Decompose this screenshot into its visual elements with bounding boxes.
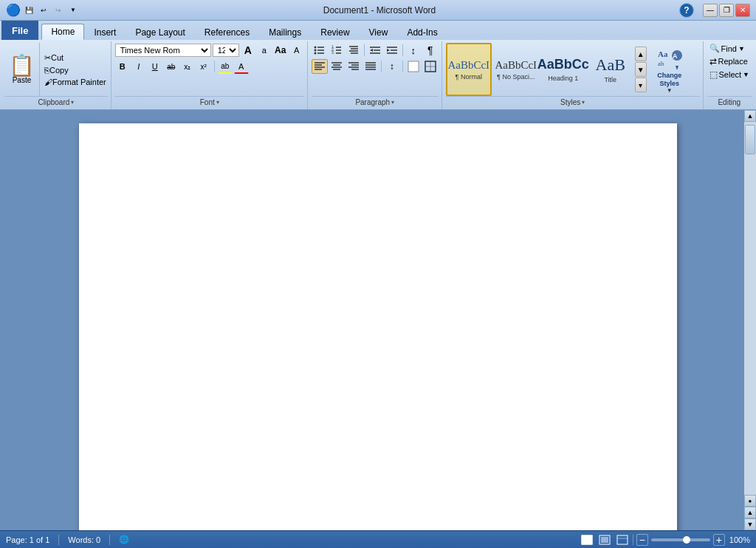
copy-button[interactable]: ⎘ Copy — [43, 65, 108, 75]
zoom-slider[interactable] — [651, 538, 710, 541]
borders-button[interactable] — [422, 59, 439, 74]
italic-button[interactable]: I — [131, 59, 146, 74]
svg-point-0 — [314, 47, 316, 49]
bullets-button[interactable] — [312, 43, 328, 58]
clipboard-expander[interactable]: ▾ — [71, 99, 74, 106]
styles-scroll-up[interactable]: ▲ — [635, 47, 647, 61]
select-dropdown[interactable]: ▼ — [743, 71, 749, 78]
line-spacing-button[interactable]: ↕ — [384, 59, 400, 74]
tab-references[interactable]: References — [195, 24, 259, 40]
tab-home[interactable]: Home — [41, 24, 84, 40]
bold-button[interactable]: B — [115, 59, 130, 74]
sort-button[interactable]: ↕ — [405, 43, 422, 58]
scroll-track[interactable] — [744, 122, 756, 495]
font-row2: B I U ab x₂ x² ab A — [115, 59, 249, 74]
font-color-button[interactable]: A — [234, 59, 249, 74]
undo-quick-btn[interactable]: ↩ — [37, 4, 50, 17]
numbering-button[interactable]: 1.2.3. — [329, 43, 345, 58]
svg-text:Aa: Aa — [658, 49, 668, 58]
style-title-preview: AaB — [596, 55, 625, 75]
svg-rect-54 — [617, 535, 628, 544]
previous-page-button[interactable]: ▲ — [744, 507, 756, 518]
tab-page-layout[interactable]: Page Layout — [126, 24, 194, 40]
paragraph-label: Paragraph ▾ — [312, 96, 439, 108]
close-button[interactable]: ✕ — [735, 4, 750, 17]
change-styles-button[interactable]: Aa ab A ChangeStyles ▼ — [648, 43, 691, 96]
clear-formatting-button[interactable]: A — [289, 43, 304, 58]
help-button[interactable]: ? — [679, 3, 694, 18]
scroll-up-button[interactable]: ▲ — [744, 110, 756, 122]
clipboard-group: 📋 Paste ✂ Cut ⎘ Copy 🖌 — [1, 41, 111, 109]
paste-button[interactable]: 📋 Paste — [4, 43, 40, 96]
align-left-button[interactable] — [312, 59, 328, 74]
style-heading1[interactable]: AaBbCc Heading 1 — [540, 43, 586, 96]
font-family-select[interactable]: Times New Rom — [115, 44, 211, 57]
decrease-indent-button[interactable] — [367, 43, 383, 58]
full-screen-view-button[interactable] — [597, 533, 612, 547]
change-styles-dropdown[interactable]: ▼ — [667, 87, 673, 94]
page-info: Page: 1 of 1 — [6, 535, 49, 544]
redo-quick-btn[interactable]: ↪ — [52, 4, 65, 17]
document-page[interactable] — [79, 123, 677, 530]
text-highlight-button[interactable]: ab — [218, 59, 233, 74]
tab-file[interactable]: File — [1, 21, 38, 40]
font-row1: Times New Rom 12 A a Aa A — [115, 43, 304, 58]
align-right-button[interactable] — [346, 59, 362, 74]
font-shrink-button[interactable]: a — [257, 43, 272, 58]
increase-indent-button[interactable] — [384, 43, 400, 58]
restore-button[interactable]: ❐ — [719, 4, 734, 17]
tab-insert[interactable]: Insert — [84, 24, 126, 40]
quick-access-dropdown[interactable]: ▼ — [66, 4, 80, 17]
replace-button[interactable]: ⇄ Replace — [707, 55, 750, 67]
paragraph-expander[interactable]: ▾ — [391, 99, 394, 106]
paragraph-group: 1.2.3. ↕ ¶ — [309, 41, 442, 109]
justify-button[interactable] — [362, 59, 379, 74]
superscript-button[interactable]: x² — [196, 59, 211, 74]
style-no-spacing[interactable]: AaBbCcI ¶ No Spaci... — [493, 43, 539, 96]
show-paragraph-button[interactable]: ¶ — [422, 43, 439, 58]
copy-icon: ⎘ — [44, 66, 49, 75]
scroll-thumb[interactable] — [745, 125, 755, 154]
font-grow-button[interactable]: A — [241, 43, 255, 58]
styles-expander[interactable]: ▾ — [582, 99, 585, 106]
next-page-button[interactable]: ▼ — [744, 518, 756, 530]
change-case-button[interactable]: Aa — [273, 43, 288, 58]
status-sep3 — [633, 535, 633, 545]
editing-label: Editing — [707, 96, 752, 108]
align-center-button[interactable] — [329, 59, 345, 74]
underline-button[interactable]: U — [148, 59, 162, 74]
select-browse-button[interactable]: ● — [744, 495, 756, 507]
format-painter-icon: 🖌 — [44, 78, 52, 86]
print-layout-view-button[interactable] — [580, 533, 594, 547]
web-layout-view-button[interactable] — [615, 533, 630, 547]
styles-more[interactable]: ▾ — [635, 78, 647, 92]
font-expander[interactable]: ▾ — [216, 99, 219, 106]
tab-view[interactable]: View — [360, 24, 398, 40]
save-quick-btn[interactable]: 💾 — [22, 4, 35, 17]
styles-scroll: ▲ ▼ ▾ — [635, 47, 647, 92]
title-bar-left: 🔵 💾 ↩ ↪ ▼ — [6, 3, 80, 17]
tab-mailings[interactable]: Mailings — [259, 24, 311, 40]
cut-button[interactable]: ✂ Cut — [43, 52, 108, 64]
select-button[interactable]: ⬚ Select ▼ — [707, 69, 752, 81]
tab-add-ins[interactable]: Add-Ins — [397, 24, 447, 40]
language-icon[interactable]: 🌐 — [119, 535, 129, 544]
shading-button[interactable] — [405, 59, 422, 74]
zoom-in-button[interactable]: + — [713, 534, 725, 546]
zoom-out-button[interactable]: − — [636, 534, 648, 546]
font-size-select[interactable]: 12 — [213, 44, 239, 57]
cut-label: Cut — [51, 53, 63, 62]
format-painter-button[interactable]: 🖌 Format Painter — [43, 77, 108, 87]
strikethrough-button[interactable]: ab — [164, 59, 179, 74]
styles-label: Styles ▾ — [446, 96, 700, 108]
multilevel-list-button[interactable] — [346, 43, 362, 58]
style-title[interactable]: AaB Title — [588, 43, 633, 96]
minimize-button[interactable]: — — [703, 4, 718, 17]
find-button[interactable]: 🔍 Find ▼ — [707, 43, 747, 54]
subscript-button[interactable]: x₂ — [180, 59, 195, 74]
style-normal[interactable]: AaBbCcI ¶ Normal — [446, 43, 492, 96]
styles-scroll-down[interactable]: ▼ — [635, 62, 647, 77]
ribbon: File Home Insert Page Layout References … — [0, 21, 756, 110]
tab-review[interactable]: Review — [311, 24, 359, 40]
find-dropdown[interactable]: ▼ — [738, 45, 745, 52]
